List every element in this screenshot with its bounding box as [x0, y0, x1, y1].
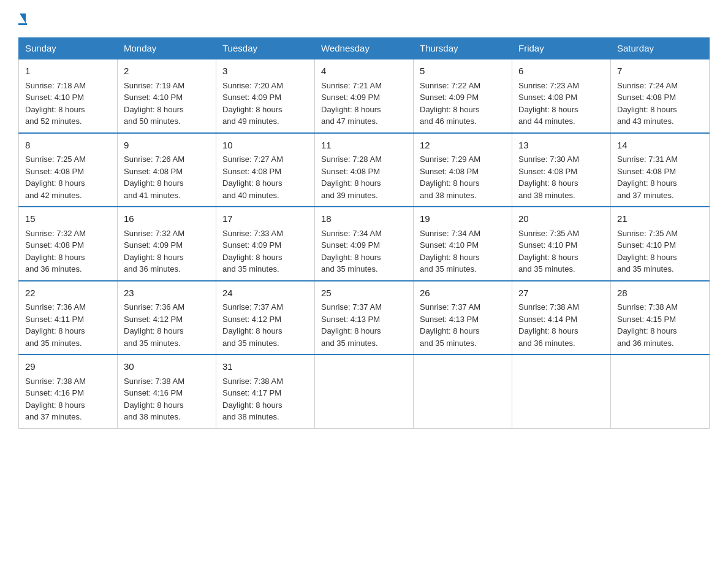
day-info: Sunrise: 7:34 AMSunset: 4:10 PMDaylight:… — [420, 229, 480, 274]
day-info: Sunrise: 7:36 AMSunset: 4:12 PMDaylight:… — [124, 302, 184, 348]
calendar-cell: 18Sunrise: 7:34 AMSunset: 4:09 PMDayligh… — [315, 207, 414, 281]
calendar-cell: 27Sunrise: 7:38 AMSunset: 4:14 PMDayligh… — [512, 281, 611, 355]
day-info: Sunrise: 7:21 AMSunset: 4:09 PMDaylight:… — [321, 81, 382, 126]
day-number: 11 — [321, 139, 407, 153]
day-info: Sunrise: 7:38 AMSunset: 4:16 PMDaylight:… — [124, 377, 184, 422]
calendar-cell: 21Sunrise: 7:35 AMSunset: 4:10 PMDayligh… — [611, 207, 710, 281]
calendar-cell: 24Sunrise: 7:37 AMSunset: 4:12 PMDayligh… — [216, 281, 315, 355]
day-info: Sunrise: 7:38 AMSunset: 4:16 PMDaylight:… — [25, 377, 86, 422]
header-monday: Monday — [118, 38, 216, 59]
day-number: 7 — [617, 64, 703, 79]
day-info: Sunrise: 7:23 AMSunset: 4:08 PMDaylight:… — [518, 81, 579, 126]
calendar-cell: 20Sunrise: 7:35 AMSunset: 4:10 PMDayligh… — [512, 207, 611, 281]
day-number: 30 — [124, 360, 210, 374]
day-info: Sunrise: 7:25 AMSunset: 4:08 PMDaylight:… — [25, 155, 86, 200]
calendar-cell: 14Sunrise: 7:31 AMSunset: 4:08 PMDayligh… — [611, 133, 710, 207]
day-info: Sunrise: 7:37 AMSunset: 4:13 PMDaylight:… — [420, 302, 480, 348]
day-number: 28 — [617, 286, 703, 301]
calendar-cell: 5Sunrise: 7:22 AMSunset: 4:09 PMDaylight… — [414, 59, 512, 133]
day-number: 17 — [222, 212, 308, 226]
day-info: Sunrise: 7:18 AMSunset: 4:10 PMDaylight:… — [25, 81, 86, 126]
calendar-cell: 26Sunrise: 7:37 AMSunset: 4:13 PMDayligh… — [414, 281, 512, 355]
calendar-cell: 29Sunrise: 7:38 AMSunset: 4:16 PMDayligh… — [19, 354, 118, 428]
day-number: 24 — [222, 286, 308, 301]
week-row-2: 8Sunrise: 7:25 AMSunset: 4:08 PMDaylight… — [19, 133, 710, 207]
day-number: 27 — [518, 286, 604, 301]
week-row-4: 22Sunrise: 7:36 AMSunset: 4:11 PMDayligh… — [19, 281, 710, 355]
day-info: Sunrise: 7:37 AMSunset: 4:12 PMDaylight:… — [222, 302, 283, 348]
day-info: Sunrise: 7:32 AMSunset: 4:09 PMDaylight:… — [124, 229, 184, 274]
day-info: Sunrise: 7:28 AMSunset: 4:08 PMDaylight:… — [321, 155, 382, 200]
calendar-cell: 17Sunrise: 7:33 AMSunset: 4:09 PMDayligh… — [216, 207, 315, 281]
calendar-cell: 11Sunrise: 7:28 AMSunset: 4:08 PMDayligh… — [315, 133, 414, 207]
day-info: Sunrise: 7:35 AMSunset: 4:10 PMDaylight:… — [617, 229, 678, 274]
calendar-cell: 2Sunrise: 7:19 AMSunset: 4:10 PMDaylight… — [118, 59, 216, 133]
day-info: Sunrise: 7:38 AMSunset: 4:17 PMDaylight:… — [222, 377, 283, 422]
calendar-cell: 13Sunrise: 7:30 AMSunset: 4:08 PMDayligh… — [512, 133, 611, 207]
day-number: 10 — [222, 139, 308, 153]
calendar-cell: 12Sunrise: 7:29 AMSunset: 4:08 PMDayligh… — [414, 133, 512, 207]
day-number: 4 — [321, 64, 407, 79]
day-number: 12 — [420, 139, 506, 153]
day-number: 16 — [124, 212, 210, 226]
header-thursday: Thursday — [414, 38, 512, 59]
calendar-cell: 7Sunrise: 7:24 AMSunset: 4:08 PMDaylight… — [611, 59, 710, 133]
calendar-cell: 28Sunrise: 7:38 AMSunset: 4:15 PMDayligh… — [611, 281, 710, 355]
calendar-cell: 8Sunrise: 7:25 AMSunset: 4:08 PMDaylight… — [19, 133, 118, 207]
header-sunday: Sunday — [19, 38, 118, 59]
header-tuesday: Tuesday — [216, 38, 315, 59]
day-number: 3 — [222, 64, 308, 79]
day-number: 20 — [518, 212, 604, 226]
day-info: Sunrise: 7:26 AMSunset: 4:08 PMDaylight:… — [124, 155, 184, 200]
day-info: Sunrise: 7:30 AMSunset: 4:08 PMDaylight:… — [518, 155, 579, 200]
calendar-cell: 4Sunrise: 7:21 AMSunset: 4:09 PMDaylight… — [315, 59, 414, 133]
week-row-5: 29Sunrise: 7:38 AMSunset: 4:16 PMDayligh… — [19, 354, 710, 428]
day-number: 8 — [25, 139, 111, 153]
day-number: 19 — [420, 212, 506, 226]
day-number: 29 — [25, 360, 111, 374]
calendar-cell: 30Sunrise: 7:38 AMSunset: 4:16 PMDayligh… — [118, 354, 216, 428]
day-number: 18 — [321, 212, 407, 226]
day-number: 26 — [420, 286, 506, 301]
calendar-cell — [414, 354, 512, 428]
day-info: Sunrise: 7:38 AMSunset: 4:14 PMDaylight:… — [518, 302, 579, 348]
week-row-1: 1Sunrise: 7:18 AMSunset: 4:10 PMDaylight… — [19, 59, 710, 133]
day-number: 14 — [617, 139, 703, 153]
day-info: Sunrise: 7:32 AMSunset: 4:08 PMDaylight:… — [25, 229, 86, 274]
day-number: 5 — [420, 64, 506, 79]
calendar-cell: 1Sunrise: 7:18 AMSunset: 4:10 PMDaylight… — [19, 59, 118, 133]
calendar-cell — [611, 354, 710, 428]
calendar-cell: 31Sunrise: 7:38 AMSunset: 4:17 PMDayligh… — [216, 354, 315, 428]
calendar-cell — [512, 354, 611, 428]
calendar-cell: 25Sunrise: 7:37 AMSunset: 4:13 PMDayligh… — [315, 281, 414, 355]
calendar-cell: 15Sunrise: 7:32 AMSunset: 4:08 PMDayligh… — [19, 207, 118, 281]
calendar-cell: 10Sunrise: 7:27 AMSunset: 4:08 PMDayligh… — [216, 133, 315, 207]
day-number: 13 — [518, 139, 604, 153]
calendar-table: SundayMondayTuesdayWednesdayThursdayFrid… — [18, 37, 710, 429]
day-info: Sunrise: 7:20 AMSunset: 4:09 PMDaylight:… — [222, 81, 283, 126]
day-number: 25 — [321, 286, 407, 301]
logo-underline — [18, 23, 27, 25]
day-info: Sunrise: 7:36 AMSunset: 4:11 PMDaylight:… — [25, 302, 86, 348]
calendar-cell: 3Sunrise: 7:20 AMSunset: 4:09 PMDaylight… — [216, 59, 315, 133]
calendar-cell: 16Sunrise: 7:32 AMSunset: 4:09 PMDayligh… — [118, 207, 216, 281]
day-info: Sunrise: 7:22 AMSunset: 4:09 PMDaylight:… — [420, 81, 480, 126]
header-wednesday: Wednesday — [315, 38, 414, 59]
day-info: Sunrise: 7:29 AMSunset: 4:08 PMDaylight:… — [420, 155, 480, 200]
day-info: Sunrise: 7:34 AMSunset: 4:09 PMDaylight:… — [321, 229, 382, 274]
day-info: Sunrise: 7:19 AMSunset: 4:10 PMDaylight:… — [124, 81, 184, 126]
calendar-cell: 6Sunrise: 7:23 AMSunset: 4:08 PMDaylight… — [512, 59, 611, 133]
calendar-cell — [315, 354, 414, 428]
header-friday: Friday — [512, 38, 611, 59]
day-number: 6 — [518, 64, 604, 79]
day-number: 9 — [124, 139, 210, 153]
day-info: Sunrise: 7:24 AMSunset: 4:08 PMDaylight:… — [617, 81, 678, 126]
header-saturday: Saturday — [611, 38, 710, 59]
calendar-cell: 22Sunrise: 7:36 AMSunset: 4:11 PMDayligh… — [19, 281, 118, 355]
day-number: 1 — [25, 64, 111, 79]
day-info: Sunrise: 7:37 AMSunset: 4:13 PMDaylight:… — [321, 302, 382, 348]
day-number: 15 — [25, 212, 111, 226]
calendar-cell: 19Sunrise: 7:34 AMSunset: 4:10 PMDayligh… — [414, 207, 512, 281]
calendar-cell: 9Sunrise: 7:26 AMSunset: 4:08 PMDaylight… — [118, 133, 216, 207]
day-info: Sunrise: 7:31 AMSunset: 4:08 PMDaylight:… — [617, 155, 678, 200]
